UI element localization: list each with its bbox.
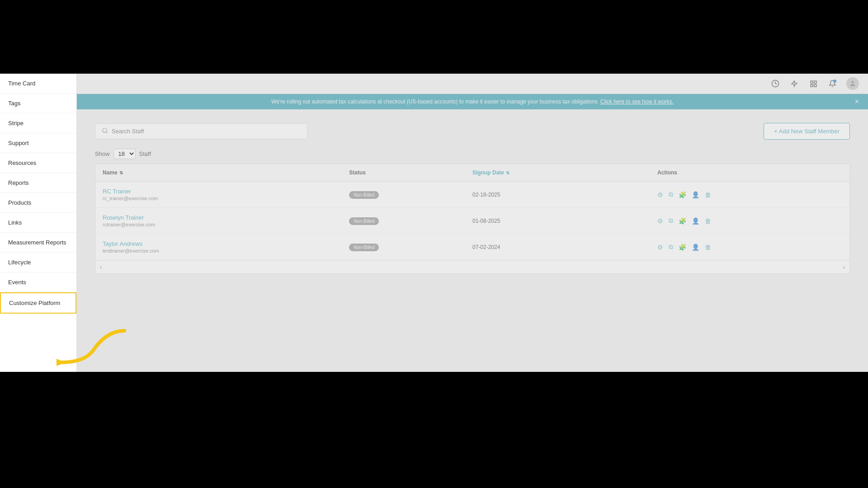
- announcement-banner: We're rolling out automated tax calculat…: [77, 94, 868, 109]
- main-content: + Add New Staff Member Show 18 25 50 Sta…: [77, 109, 868, 372]
- search-input[interactable]: [112, 128, 301, 135]
- bottom-black-bar: [0, 372, 868, 488]
- signup-date-2: 07-02-2024: [472, 244, 657, 250]
- settings-icon-0[interactable]: ⚙: [657, 191, 663, 198]
- sidebar-item-tags[interactable]: Tags: [0, 94, 76, 113]
- svg-rect-4: [814, 84, 816, 86]
- sidebar: Time Card Tags Stripe Support Resources …: [0, 74, 77, 372]
- sidebar-item-events[interactable]: Events: [0, 272, 76, 292]
- puzzle-icon-2[interactable]: 🧩: [679, 244, 686, 251]
- status-cell-2: Non-Billed: [349, 243, 472, 251]
- copy-icon-0[interactable]: ⧉: [669, 191, 673, 198]
- bolt-icon[interactable]: [789, 79, 799, 89]
- signup-date-0: 02-18-2025: [472, 192, 657, 198]
- sidebar-item-reports[interactable]: Reports: [0, 173, 76, 193]
- staff-name-roselyn[interactable]: Roselyn Trainer: [103, 214, 349, 221]
- grid-icon[interactable]: [808, 79, 818, 89]
- add-staff-button[interactable]: + Add New Staff Member: [764, 123, 850, 140]
- user-avatar[interactable]: [846, 77, 859, 90]
- status-badge-1: Non-Billed: [349, 217, 379, 225]
- toolbar-row: + Add New Staff Member: [95, 123, 850, 140]
- actions-cell-0: ⚙ ⧉ 🧩 👤 🗑: [657, 191, 842, 198]
- sidebar-item-customize-platform[interactable]: Customize Platform: [0, 292, 76, 314]
- table-header: Name ⇅ Status Signup Date ⇅ Actions: [95, 164, 849, 182]
- user-icon-0[interactable]: 👤: [692, 191, 699, 198]
- user-icon-1[interactable]: 👤: [692, 217, 699, 225]
- table-row: Roselyn Trainer rctrainer@exercise.com N…: [95, 208, 849, 234]
- sidebar-item-stripe[interactable]: Stripe: [0, 113, 76, 133]
- show-row: Show 18 25 50 Staff: [95, 149, 850, 159]
- banner-close-button[interactable]: ×: [855, 98, 859, 106]
- staff-name-rc-trainer[interactable]: RC Trainer: [103, 188, 349, 195]
- status-cell-1: Non-Billed: [349, 216, 472, 225]
- sort-icon-date: ⇅: [506, 170, 509, 175]
- staff-table: Name ⇅ Status Signup Date ⇅ Actions: [95, 164, 850, 274]
- th-status: Status: [349, 169, 472, 176]
- delete-icon-1[interactable]: 🗑: [705, 217, 711, 225]
- svg-point-5: [852, 81, 854, 84]
- svg-rect-2: [814, 81, 816, 83]
- staff-name-cell: RC Trainer rc_trainer@exercise.com: [103, 188, 349, 201]
- search-box: [95, 123, 307, 139]
- svg-rect-3: [811, 84, 813, 86]
- top-black-bar: [0, 0, 868, 74]
- screen-wrapper: Time Card Tags Stripe Support Resources …: [0, 0, 868, 488]
- sidebar-item-support[interactable]: Support: [0, 133, 76, 153]
- svg-point-6: [103, 128, 107, 132]
- scroll-left-arrow[interactable]: ‹: [100, 263, 102, 271]
- sidebar-item-products[interactable]: Products: [0, 193, 76, 213]
- banner-link[interactable]: Click here to see how it works.: [600, 99, 674, 105]
- table-row: Taylor Andrews testtrainer@exercise.com …: [95, 234, 849, 260]
- svg-rect-1: [811, 81, 813, 83]
- status-badge-2: Non-Billed: [349, 244, 379, 251]
- settings-icon-1[interactable]: ⚙: [657, 217, 663, 225]
- settings-icon-2[interactable]: ⚙: [657, 244, 663, 251]
- th-signup-date[interactable]: Signup Date ⇅: [472, 169, 657, 176]
- search-icon: [102, 127, 108, 135]
- staff-email-roselyn: rctrainer@exercise.com: [103, 222, 349, 227]
- staff-name-cell-2: Taylor Andrews testtrainer@exercise.com: [103, 240, 349, 253]
- sidebar-item-time-card[interactable]: Time Card: [0, 74, 76, 94]
- staff-name-cell-1: Roselyn Trainer rctrainer@exercise.com: [103, 214, 349, 227]
- sort-icon-name: ⇅: [119, 170, 123, 175]
- user-icon-2[interactable]: 👤: [692, 244, 699, 251]
- table-row: RC Trainer rc_trainer@exercise.com Non-B…: [95, 182, 849, 208]
- delete-icon-0[interactable]: 🗑: [705, 191, 711, 198]
- staff-name-taylor[interactable]: Taylor Andrews: [103, 240, 349, 247]
- sidebar-item-links[interactable]: Links: [0, 213, 76, 233]
- bell-icon[interactable]: [827, 79, 837, 89]
- sidebar-item-lifecycle[interactable]: Lifecycle: [0, 253, 76, 272]
- copy-icon-2[interactable]: ⧉: [669, 243, 673, 251]
- staff-email-rc-trainer: rc_trainer@exercise.com: [103, 196, 349, 201]
- th-name[interactable]: Name ⇅: [103, 169, 349, 176]
- clock-icon[interactable]: [770, 79, 780, 89]
- copy-icon-1[interactable]: ⧉: [669, 217, 673, 225]
- status-cell-0: Non-Billed: [349, 190, 472, 199]
- sidebar-item-measurement-reports[interactable]: Measurement Reports: [0, 233, 76, 253]
- puzzle-icon-0[interactable]: 🧩: [679, 191, 686, 198]
- actions-cell-2: ⚙ ⧉ 🧩 👤 🗑: [657, 243, 842, 251]
- content-area: We're rolling out automated tax calculat…: [77, 74, 868, 372]
- delete-icon-2[interactable]: 🗑: [705, 244, 711, 251]
- sidebar-item-resources[interactable]: Resources: [0, 153, 76, 173]
- main-area: Time Card Tags Stripe Support Resources …: [0, 74, 868, 372]
- actions-cell-1: ⚙ ⧉ 🧩 👤 🗑: [657, 217, 842, 225]
- scroll-right-arrow[interactable]: ›: [843, 263, 845, 271]
- svg-line-7: [106, 132, 108, 133]
- signup-date-1: 01-08-2025: [472, 218, 657, 224]
- show-select[interactable]: 18 25 50: [113, 149, 136, 159]
- th-actions: Actions: [657, 169, 842, 176]
- staff-email-taylor: testtrainer@exercise.com: [103, 248, 349, 253]
- header-bar: [77, 74, 868, 94]
- status-badge-0: Non-Billed: [349, 191, 379, 199]
- notification-dot: [833, 80, 836, 83]
- puzzle-icon-1[interactable]: 🧩: [679, 217, 686, 225]
